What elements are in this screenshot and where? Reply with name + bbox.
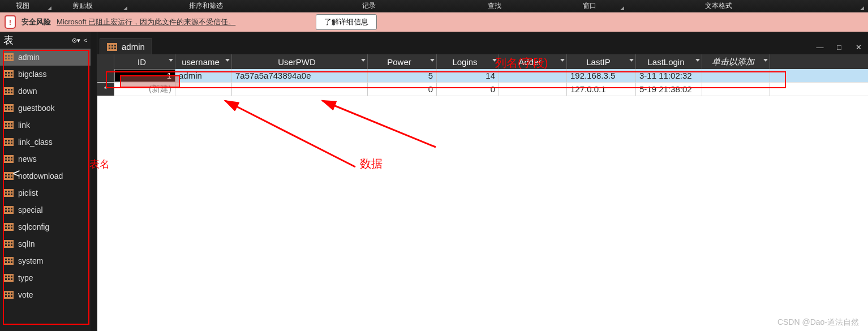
column-header-add[interactable]: 单击以添加 (702, 54, 770, 69)
sidebar-collapse-icon[interactable]: < (84, 37, 87, 44)
ribbon-group-textfmt[interactable]: 文本格式 (705, 1, 732, 11)
expand-icon[interactable]: ◢ (860, 5, 864, 11)
row-header[interactable]: * (97, 83, 114, 96)
security-title: 安全风险 (22, 17, 51, 27)
dropdown-icon[interactable] (560, 59, 565, 62)
tab-admin[interactable]: admin (100, 38, 152, 54)
sidebar-header: 表 ⊙▾ < (0, 32, 91, 49)
cell-add[interactable] (702, 69, 770, 82)
sidebar-item-guestbook[interactable]: guestbook (0, 100, 91, 117)
cell-Power[interactable]: 0 (368, 83, 437, 96)
cell-UserPWD[interactable] (232, 83, 368, 96)
sidebar-dropdown-icon[interactable]: ⊙▾ (72, 37, 80, 44)
sidebar-item-label: sqlconfig (18, 222, 49, 231)
row-gutter (91, 32, 97, 331)
ribbon-group-find[interactable]: 查找 (488, 1, 501, 11)
minimize-icon[interactable]: — (810, 40, 830, 54)
ribbon-group-sort[interactable]: 排序和筛选 (189, 1, 223, 11)
sidebar-item-label: piclist (18, 188, 38, 197)
cell-username[interactable]: admin (175, 69, 232, 82)
cell-ID[interactable]: (新建) (114, 83, 175, 96)
table-row[interactable]: 1admin7a57a5a743894a0e514192.168.3.53-11… (97, 69, 868, 83)
table-icon (3, 223, 14, 231)
maximize-icon[interactable]: □ (830, 40, 849, 54)
sidebar-item-piclist[interactable]: piclist (0, 184, 91, 201)
column-label: UserPWD (278, 57, 316, 67)
sidebar-item-vote[interactable]: vote (0, 286, 91, 303)
row-header[interactable] (97, 69, 114, 82)
dropdown-icon[interactable] (225, 59, 230, 62)
ribbon-group-view[interactable]: 视图 (16, 1, 29, 11)
row-header-blank[interactable] (97, 54, 114, 69)
sidebar-item-label: admin (18, 53, 40, 62)
security-learn-more-button[interactable]: 了解详细信息 (316, 14, 377, 30)
expand-icon[interactable]: ◢ (48, 5, 51, 11)
sidebar-item-system[interactable]: system (0, 252, 91, 269)
table-icon (107, 43, 117, 51)
column-label: Adder (518, 57, 541, 67)
table-icon (3, 240, 14, 248)
sidebar-item-link_class[interactable]: link_class (0, 134, 91, 151)
column-label: username (182, 57, 220, 67)
table-icon (3, 87, 14, 95)
sidebar-title: 表 (3, 33, 14, 47)
table-icon (3, 138, 14, 146)
table-row[interactable]: *(新建)00127.0.0.15-19 21:38:02 (97, 83, 868, 96)
close-icon[interactable]: ✕ (849, 40, 868, 54)
content: admin — □ ✕ IDusernameUserPWDPowerLogins… (91, 32, 868, 331)
dropdown-icon[interactable] (169, 59, 173, 62)
table-icon (3, 121, 14, 129)
dropdown-icon[interactable] (629, 59, 634, 62)
dropdown-icon[interactable] (695, 59, 700, 62)
cell-LastIP[interactable]: 192.168.3.5 (567, 69, 636, 82)
dropdown-icon[interactable] (763, 59, 768, 62)
dropdown-icon[interactable] (361, 59, 366, 62)
sidebar-expand-handle[interactable]: < (10, 165, 23, 182)
table-icon (3, 53, 14, 61)
sidebar-item-bigclass[interactable]: bigclass (0, 66, 91, 83)
column-header-username[interactable]: username (175, 54, 232, 69)
cell-LastLogin[interactable]: 5-19 21:38:02 (636, 83, 702, 96)
column-header-Power[interactable]: Power (368, 54, 437, 69)
table-icon (3, 257, 14, 265)
sidebar-item-sqlIn[interactable]: sqlIn (0, 235, 91, 252)
column-label: ID (137, 57, 146, 67)
expand-icon[interactable]: ◢ (620, 5, 624, 11)
cell-ID[interactable]: 1 (114, 69, 175, 82)
ribbon-group-clipboard[interactable]: 剪贴板 (72, 1, 93, 11)
security-message[interactable]: Microsoft 已阻止宏运行，因为此文件的来源不受信任。 (57, 17, 235, 27)
cell-LastIP[interactable]: 127.0.0.1 (567, 83, 636, 96)
column-header-LastIP[interactable]: LastIP (567, 54, 636, 69)
cell-Logins[interactable]: 0 (437, 83, 499, 96)
sidebar-item-special[interactable]: special (0, 201, 91, 218)
sidebar-item-admin[interactable]: admin (0, 49, 91, 66)
sidebar-item-type[interactable]: type (0, 269, 91, 286)
dropdown-icon[interactable] (492, 59, 497, 62)
ribbon-group-window[interactable]: 窗口 (583, 1, 596, 11)
sidebar-item-label: type (18, 273, 33, 282)
cell-UserPWD[interactable]: 7a57a5a743894a0e (232, 69, 368, 82)
column-header-ID[interactable]: ID (114, 54, 175, 69)
cell-Power[interactable]: 5 (368, 69, 437, 82)
sidebar-item-link[interactable]: link (0, 117, 91, 134)
sidebar-item-sqlconfig[interactable]: sqlconfig (0, 218, 91, 235)
column-header-UserPWD[interactable]: UserPWD (232, 54, 368, 69)
dropdown-icon[interactable] (430, 59, 435, 62)
cell-add[interactable] (702, 83, 770, 96)
column-header-LastLogin[interactable]: LastLogin (636, 54, 702, 69)
cell-Adder[interactable] (499, 83, 567, 96)
cell-Logins[interactable]: 14 (437, 69, 499, 82)
expand-icon[interactable]: ◢ (123, 5, 127, 11)
table-icon (3, 291, 14, 299)
sidebar-item-label: bigclass (18, 70, 47, 79)
column-header-Adder[interactable]: Adder (499, 54, 567, 69)
cell-LastLogin[interactable]: 3-11 11:02:32 (636, 69, 702, 82)
sidebar-item-down[interactable]: down (0, 83, 91, 100)
cell-username[interactable] (175, 83, 232, 96)
ribbon: 视图 ◢ 剪贴板 ◢ 排序和筛选 记录 查找 窗口 ◢ 文本格式 ◢ (0, 0, 868, 12)
column-header-Logins[interactable]: Logins (437, 54, 499, 69)
cell-Adder[interactable] (499, 69, 567, 82)
ribbon-group-records[interactable]: 记录 (362, 1, 376, 11)
sidebar-item-label: guestbook (18, 104, 55, 113)
column-label: Logins (452, 57, 477, 67)
